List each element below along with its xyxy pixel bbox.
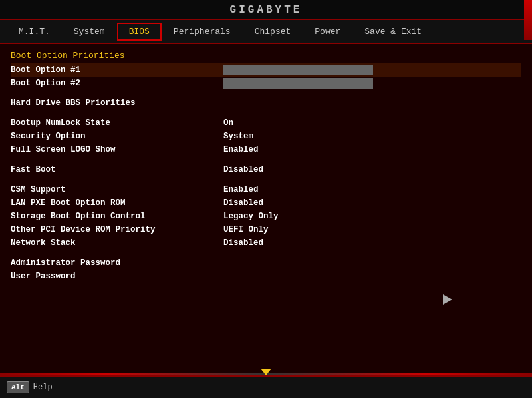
item-label: Boot Option #1 (11, 65, 223, 75)
item-label: CSM Support (11, 185, 223, 194)
bottom-bar: Alt Help (0, 375, 532, 398)
list-item[interactable]: Security Option System (11, 130, 521, 143)
item-value: Enabled (223, 185, 259, 194)
boot-priorities-header: Boot Option Priorities (11, 51, 521, 61)
tab-power[interactable]: Power (303, 23, 352, 41)
list-item[interactable]: Network Stack Disabled (11, 236, 521, 250)
help-text: Help (33, 383, 53, 392)
tab-bios[interactable]: BIOS (117, 23, 162, 41)
corner-accent (524, 0, 532, 40)
tab-chipset[interactable]: Chipset (243, 23, 303, 41)
tab-peripherals[interactable]: Peripherals (162, 23, 243, 41)
tab-system[interactable]: System (62, 23, 117, 41)
item-label: Administrator Password (11, 258, 223, 268)
item-label: Storage Boot Option Control (11, 212, 223, 221)
main-content: Boot Option Priorities Boot Option #1 Bo… (0, 44, 532, 371)
item-value: Disabled (223, 198, 263, 208)
list-item[interactable]: CSM Support Enabled (11, 183, 521, 196)
item-label: User Password (11, 272, 223, 281)
alt-key: Alt (7, 381, 29, 393)
item-label: LAN PXE Boot Option ROM (11, 198, 223, 208)
item-value-blurred (223, 78, 373, 89)
scroll-down-arrow (261, 369, 271, 375)
list-item[interactable]: Boot Option #1 (11, 63, 521, 77)
item-value: System (223, 132, 253, 141)
item-value: Disabled (223, 165, 263, 174)
list-item[interactable]: Hard Drive BBS Priorities (11, 97, 521, 110)
item-value-blurred (223, 65, 373, 75)
item-value: Enabled (223, 145, 259, 154)
header: GIGABYTE (0, 0, 532, 20)
list-item[interactable]: Full Screen LOGO Show Enabled (11, 143, 521, 156)
item-label: Bootup NumLock State (11, 118, 223, 128)
item-label: Fast Boot (11, 165, 223, 174)
item-label: Hard Drive BBS Priorities (11, 99, 223, 108)
tab-save-exit[interactable]: Save & Exit (352, 23, 434, 41)
item-value: Disabled (223, 238, 263, 248)
list-item[interactable]: Boot Option #2 (11, 77, 521, 90)
item-value: On (223, 118, 233, 128)
item-label: Security Option (11, 132, 223, 141)
tab-mit[interactable]: M.I.T. (7, 23, 62, 41)
list-item[interactable]: Fast Boot Disabled (11, 163, 521, 176)
list-item[interactable]: Other PCI Device ROM Priority UEFI Only (11, 223, 521, 236)
item-label: Network Stack (11, 238, 223, 248)
item-label: Other PCI Device ROM Priority (11, 225, 223, 234)
item-value: Legacy Only (223, 212, 279, 221)
list-item[interactable]: LAN PXE Boot Option ROM Disabled (11, 196, 521, 210)
list-item[interactable]: User Password (11, 270, 521, 283)
list-item[interactable]: Bootup NumLock State On (11, 116, 521, 130)
item-value: UEFI Only (223, 225, 269, 234)
header-title: GIGABYTE (230, 4, 303, 16)
nav-bar: M.I.T. System BIOS Peripherals Chipset P… (0, 20, 532, 44)
cursor-arrow (443, 294, 452, 305)
item-label: Full Screen LOGO Show (11, 145, 223, 154)
list-item[interactable]: Administrator Password (11, 256, 521, 270)
list-item[interactable]: Storage Boot Option Control Legacy Only (11, 210, 521, 223)
item-label: Boot Option #2 (11, 79, 223, 88)
